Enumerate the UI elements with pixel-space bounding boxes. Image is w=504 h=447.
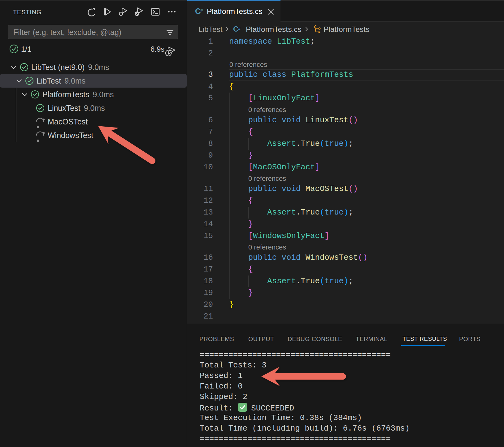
svg-text:#: # bbox=[238, 26, 241, 31]
svg-text:C: C bbox=[233, 25, 238, 33]
svg-text:C: C bbox=[195, 7, 201, 15]
svg-text:#: # bbox=[200, 8, 203, 13]
